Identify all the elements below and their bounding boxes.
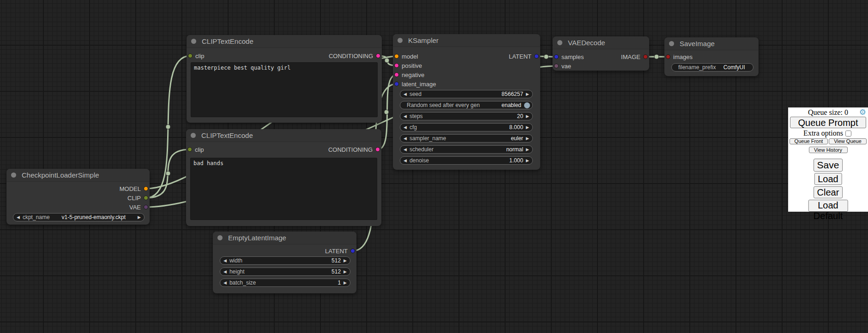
widget-value: 8566257 [501, 91, 523, 97]
toggle-dot[interactable] [524, 102, 530, 108]
filename-prefix-widget[interactable]: filename_prefix ComfyUI [671, 63, 753, 71]
clip-input-port[interactable] [188, 54, 193, 58]
empty-latent-image-node[interactable]: EmptyLatentImage LATENT ◀ width 512 ▶ ◀ … [213, 232, 356, 293]
width-widget[interactable]: ◀ width 512 ▶ [220, 256, 350, 265]
ckpt-name-widget[interactable]: ◀ ckpt_name v1-5-pruned-emaonly.ckpt ▶ [13, 213, 145, 221]
images-input-label: images [673, 54, 693, 60]
model-output-port[interactable] [144, 186, 148, 191]
checkpoint-loader-node[interactable]: CheckpointLoaderSimple MODEL CLIP VAE ◀ … [6, 169, 150, 225]
model-input-port[interactable] [394, 54, 399, 59]
save-image-node[interactable]: SaveImage images filename_prefix ComfyUI [664, 37, 759, 76]
clip-output-port[interactable] [144, 196, 148, 200]
view-queue-button[interactable]: View Queue [829, 138, 867, 144]
node-title-bar[interactable]: CLIPTextEncode [186, 129, 381, 142]
extra-options-checkbox[interactable] [845, 131, 851, 137]
vae-input-port[interactable] [554, 64, 559, 68]
ksampler-node[interactable]: KSampler model positive negative latent_… [393, 34, 540, 170]
node-title-bar[interactable]: VAEDecode [553, 36, 649, 49]
decrement-arrow-icon[interactable]: ◀ [223, 270, 227, 274]
height-widget[interactable]: ◀ height 512 ▶ [220, 268, 350, 276]
vae-output-port[interactable] [144, 205, 148, 209]
clip-input: clip [187, 145, 204, 154]
widget-value: euler [511, 135, 523, 142]
decrement-arrow-icon[interactable]: ◀ [17, 215, 20, 220]
decrement-arrow-icon[interactable]: ◀ [223, 281, 227, 285]
latent-output: LATENT [325, 246, 355, 256]
link-midpoint-dot [166, 125, 170, 129]
view-history-button[interactable]: View History [809, 147, 848, 153]
settings-gear-icon[interactable]: ⚙ [859, 108, 866, 117]
seed-widget[interactable]: ◀ seed 8566257 ▶ [400, 90, 533, 98]
decrement-arrow-icon[interactable]: ◀ [404, 148, 407, 152]
clip-text-encode-negative-node[interactable]: CLIPTextEncode clip CONDITIONING bad han… [186, 129, 381, 226]
decrement-arrow-icon[interactable]: ◀ [404, 125, 407, 130]
node-title-bar[interactable]: SaveImage [664, 37, 759, 50]
image-output: IMAGE [621, 52, 648, 61]
decrement-arrow-icon[interactable]: ◀ [404, 137, 407, 141]
images-input-port[interactable] [666, 54, 670, 59]
image-output-label: IMAGE [621, 54, 640, 60]
latent-output-port[interactable] [350, 249, 355, 253]
negative-input: negative [394, 70, 424, 79]
collapse-dot[interactable] [191, 39, 196, 44]
save-button[interactable]: Save [814, 159, 843, 172]
latent-output-port[interactable] [534, 54, 539, 59]
increment-arrow-icon[interactable]: ▶ [138, 215, 141, 220]
collapse-dot[interactable] [217, 235, 223, 240]
node-title-bar[interactable]: CheckpointLoaderSimple [6, 169, 150, 182]
increment-arrow-icon[interactable]: ▶ [526, 148, 529, 152]
increment-arrow-icon[interactable]: ▶ [526, 92, 529, 96]
node-title-bar[interactable]: CLIPTextEncode [187, 35, 382, 48]
positive-prompt-textarea[interactable]: masterpiece best quality girl [191, 62, 378, 117]
positive-input-port[interactable] [394, 63, 399, 68]
widget-value: normal [506, 146, 523, 153]
increment-arrow-icon[interactable]: ▶ [344, 270, 347, 274]
latent-image-input-port[interactable] [394, 82, 399, 86]
conditioning-output: CONDITIONING [328, 145, 380, 154]
latent-output-label: LATENT [509, 53, 531, 60]
decrement-arrow-icon[interactable]: ◀ [404, 92, 407, 96]
collapse-dot[interactable] [669, 41, 674, 46]
clip-text-encode-positive-node[interactable]: CLIPTextEncode clip CONDITIONING masterp… [187, 35, 382, 123]
node-title: SaveImage [680, 40, 715, 48]
sampler-name-widget[interactable]: ◀ sampler_name euler ▶ [400, 134, 533, 143]
node-title-bar[interactable]: KSampler [393, 34, 540, 47]
conditioning-output-port[interactable] [375, 147, 380, 152]
widget-label: sampler_name [410, 135, 446, 142]
clip-input-port[interactable] [187, 147, 192, 152]
increment-arrow-icon[interactable]: ▶ [344, 281, 347, 285]
decrement-arrow-icon[interactable]: ◀ [404, 159, 407, 163]
decrement-arrow-icon[interactable]: ◀ [223, 259, 227, 263]
steps-widget[interactable]: ◀ steps 20 ▶ [400, 112, 533, 120]
samples-input-port[interactable] [554, 54, 559, 59]
decrement-arrow-icon[interactable]: ◀ [404, 114, 407, 119]
model-output-label: MODEL [120, 185, 141, 192]
widget-value: ComfyUI [718, 64, 750, 71]
collapse-dot[interactable] [11, 172, 16, 178]
collapse-dot[interactable] [191, 133, 196, 138]
queue-front-button[interactable]: Queue Front [790, 138, 828, 144]
increment-arrow-icon[interactable]: ▶ [526, 114, 529, 119]
scheduler-widget[interactable]: ◀ scheduler normal ▶ [400, 145, 533, 154]
load-default-button[interactable]: Load Default [808, 200, 848, 212]
collapse-dot[interactable] [557, 40, 562, 45]
increment-arrow-icon[interactable]: ▶ [344, 259, 347, 263]
batch-size-widget[interactable]: ◀ batch_size 1 ▶ [220, 279, 350, 287]
clear-button[interactable]: Clear [814, 186, 843, 198]
image-output-port[interactable] [643, 54, 648, 59]
increment-arrow-icon[interactable]: ▶ [526, 159, 529, 163]
vae-decode-node[interactable]: VAEDecode samples vae IMAGE [553, 36, 649, 71]
cfg-widget[interactable]: ◀ cfg 8.000 ▶ [400, 123, 533, 131]
node-title-bar[interactable]: EmptyLatentImage [213, 232, 356, 244]
latent-output-label: LATENT [325, 248, 348, 255]
load-button[interactable]: Load [814, 173, 842, 185]
queue-prompt-button[interactable]: Queue Prompt [790, 117, 866, 128]
collapse-dot[interactable] [398, 38, 403, 43]
denoise-widget[interactable]: ◀ denoise 1.000 ▶ [400, 156, 533, 165]
random-seed-toggle-widget[interactable]: Random seed after every gen enabled [400, 101, 533, 109]
conditioning-output-port[interactable] [376, 54, 380, 58]
increment-arrow-icon[interactable]: ▶ [526, 125, 529, 130]
negative-input-port[interactable] [394, 72, 399, 77]
increment-arrow-icon[interactable]: ▶ [526, 137, 529, 141]
negative-prompt-textarea[interactable]: bad hands [190, 158, 377, 220]
